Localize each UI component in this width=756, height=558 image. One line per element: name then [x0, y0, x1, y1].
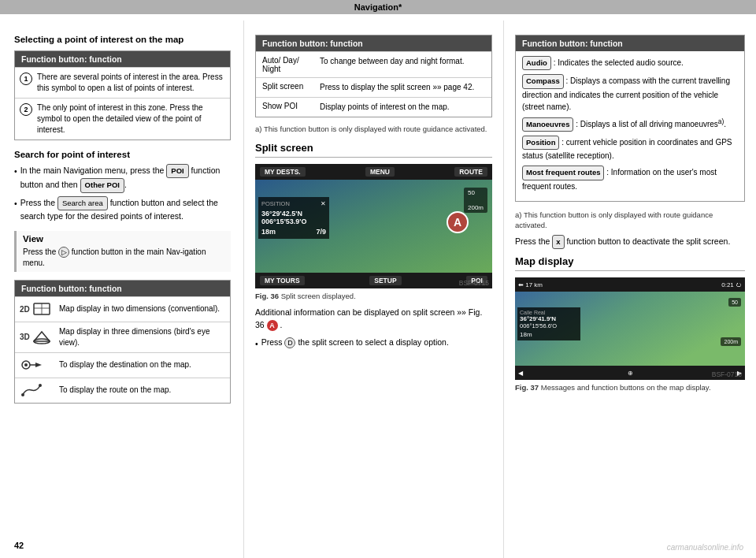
map-bottom-bar: ◀ ⊕ ▶ [515, 366, 745, 380]
bullet-2-text: Press D the split screen to select a dis… [261, 337, 449, 349]
map-display-title: Map display [515, 255, 745, 271]
press-deactivate: Press the x function button to deactivat… [515, 235, 745, 249]
2d-label: 2D [20, 305, 30, 314]
bullet-dot-1: • [14, 166, 17, 178]
func-table-2-row-1-desc: Map display in two dimensions (conventio… [59, 303, 225, 314]
func-table-2-row-4: To display the route on the map. [15, 378, 230, 403]
svg-point-9 [21, 393, 24, 396]
audio-text: : Indicates the selected audio source. [554, 58, 684, 67]
search-para-1: • In the main Navigation menu, press the… [14, 164, 231, 193]
menu-btn[interactable]: MENU [365, 167, 395, 177]
section1-title: Selecting a point of interest on the map [14, 35, 231, 44]
mid-footnote: a) This function button is only displaye… [255, 124, 492, 134]
manoeuvres-text: : Displays a list of all driving manoeuv… [576, 120, 726, 128]
map-coord1: 36°29'41.9'N [520, 315, 578, 322]
func-table-1: Function button: function 1 There are se… [14, 50, 231, 140]
press-text-1: Press the [515, 236, 550, 246]
dist-value: 18m [261, 228, 276, 236]
map-screen: ⬅ 17 km 0:21 ⭮ Calle Real 36°29'41.9'N 0… [515, 277, 745, 380]
position-badge: Position [522, 136, 559, 150]
view-text-1: Press the [23, 247, 56, 256]
map-info-panel: Calle Real 36°29'41.9'N 006°15'56.6'O 18… [517, 307, 580, 340]
fig-37-caption: Messages and function buttons on the map… [541, 383, 711, 392]
func-table-2-row-1: 2D Map display in two dimensions (conven… [15, 296, 230, 322]
func-table-2: Function button: function 2D Map display… [14, 280, 231, 404]
fig-36-caption: Split screen displayed. [281, 292, 356, 300]
poi-button[interactable]: POI [166, 164, 188, 178]
img-ref-mid: BSF-0715 [459, 279, 489, 287]
split-img-caption: Fig. 36 Split screen displayed. [255, 292, 492, 300]
func-table-2-row-3: To display the destination on the map. [15, 352, 230, 378]
split-screen-section: Split screen MY DESTS. MENU ROUTE [255, 142, 492, 350]
func-table-mid-row-1-col1: Auto/ Day/ Night [262, 56, 313, 73]
setup-btn[interactable]: SETUP [369, 276, 401, 285]
body-text-1-main: Additional information can be displayed … [255, 307, 482, 329]
func-table-2-row-3-desc: To display the destination on the map. [59, 359, 225, 370]
watermark: carmanualsonline.info [667, 543, 743, 552]
time-display: 0:21 ⭮ [721, 281, 742, 288]
body-text-1: Additional information can be displayed … [255, 307, 492, 332]
other-poi-button[interactable]: Other POI [80, 178, 124, 192]
left-column: Selecting a point of interest on the map… [0, 20, 244, 558]
func-table-mid-row-1: Auto/ Day/ Night To change between day a… [256, 51, 491, 77]
icon-cell-dest [20, 357, 53, 373]
3d-icon [33, 330, 50, 344]
func-table-mid-row-3-col2: Display points of interest on the map. [320, 102, 485, 113]
x-button[interactable]: x [552, 235, 564, 249]
view-title: View [23, 234, 224, 244]
manoeuvres-row: Manoeuvres : Displays a list of all driv… [522, 117, 738, 132]
audio-row: Audio : Indicates the selected audio sou… [522, 56, 738, 70]
func-table-1-row-1-text: There are several points of interest in … [37, 72, 225, 94]
manoeuvres-badge: Manoeuvres [522, 117, 573, 132]
km-label: ⬅ 17 km [518, 281, 543, 288]
nav-header: Navigation* [0, 0, 756, 14]
map-nav-1: ◀ [518, 370, 523, 377]
press-text-2: function button to deactivate the split … [567, 236, 731, 246]
body-text-1-end: . [280, 320, 283, 329]
map-dist: 18m [520, 331, 578, 338]
page-number: 42 [14, 541, 24, 550]
2d-icon [33, 302, 50, 316]
bullet-2-rest: the split screen to select a display opt… [298, 337, 448, 347]
right-column: Function button: function Audio : Indica… [504, 20, 756, 558]
map-scale-200: 200m [721, 337, 741, 346]
audio-badge: Audio [522, 56, 551, 70]
close-icon[interactable]: ✕ [321, 200, 326, 207]
bullet-2-press: Press [261, 337, 283, 347]
func-table-2-row-2-desc: Map display in three dimensions (bird's … [59, 326, 225, 348]
svg-point-6 [24, 363, 28, 366]
map-display-image: ⬅ 17 km 0:21 ⭮ Calle Real 36°29'41.9'N 0… [515, 277, 745, 380]
route-icon [20, 382, 43, 398]
section2-title: Search for point of interest [14, 150, 231, 159]
position-label: POSITION [261, 200, 290, 207]
my-tours-btn[interactable]: MY TOURS [260, 276, 305, 285]
nav-screen: MY DESTS. MENU ROUTE POSITION ✕ [255, 164, 492, 288]
compass-row: Compass : Displays a compass with the cu… [522, 74, 738, 112]
view-box: View Press the ▷ function button in the … [14, 231, 231, 272]
route-btn[interactable]: ROUTE [454, 167, 487, 177]
func-table-mid-row-1-col2: To change between day and night format. [320, 56, 485, 67]
func-table-mid: Function button: function Auto/ Day/ Nig… [255, 35, 492, 117]
circle-1: 1 [20, 73, 32, 85]
split-d-button[interactable]: D [284, 337, 295, 348]
view-nav-button[interactable]: ▷ [58, 247, 69, 258]
fig-36-label: Fig. 36 [255, 292, 279, 300]
map-scale-50: 50 [728, 298, 741, 307]
img-ref-right: BSF-0716 [712, 370, 742, 378]
map-area: POSITION ✕ 36°29'42.5'N 006°15'53.9'O 18… [255, 180, 492, 273]
map-top-bar: ⬅ 17 km 0:21 ⭮ [515, 277, 745, 292]
coord2: 006°15'53.9'O [261, 218, 326, 225]
func-table-1-row-1: 1 There are several points of interest i… [15, 67, 230, 98]
search-area-button[interactable]: Search area [57, 196, 108, 210]
map-nav-2: ⊕ [628, 370, 633, 377]
my-dests-btn[interactable]: MY DESTS. [260, 167, 306, 177]
icon-cell-3d: 3D [20, 330, 53, 344]
nav-panel: POSITION ✕ 36°29'42.5'N 006°15'53.9'O 18… [258, 197, 329, 239]
func-table-mid-row-2-col2: Press to display the split screen »» pag… [320, 82, 485, 93]
position-row: Position : current vehicle position in c… [522, 136, 738, 162]
func-table-1-header: Function button: function [15, 51, 230, 67]
coord1: 36°29'42.5'N [261, 210, 326, 218]
func-table-right-header: Function button: function [516, 35, 744, 51]
right-func-content: Audio : Indicates the selected audio sou… [516, 51, 744, 201]
search-text-2: Press the Search area function button an… [20, 196, 231, 223]
